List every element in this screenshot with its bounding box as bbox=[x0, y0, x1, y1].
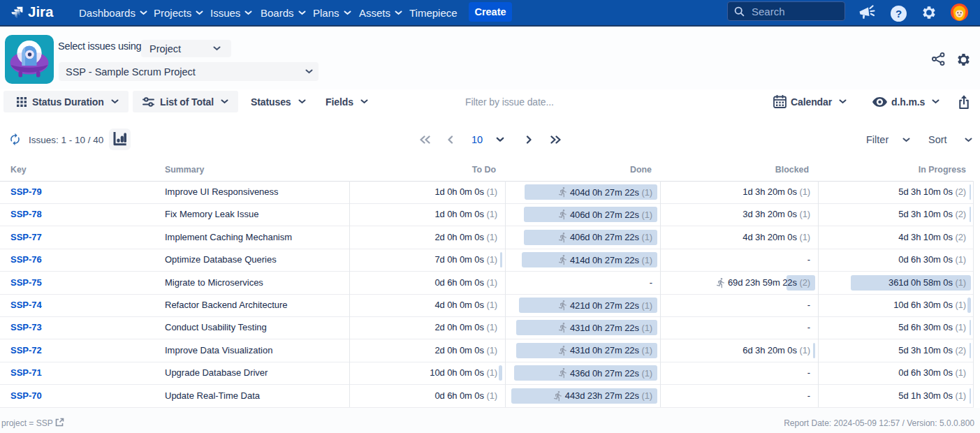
svg-text:?: ? bbox=[895, 8, 902, 20]
